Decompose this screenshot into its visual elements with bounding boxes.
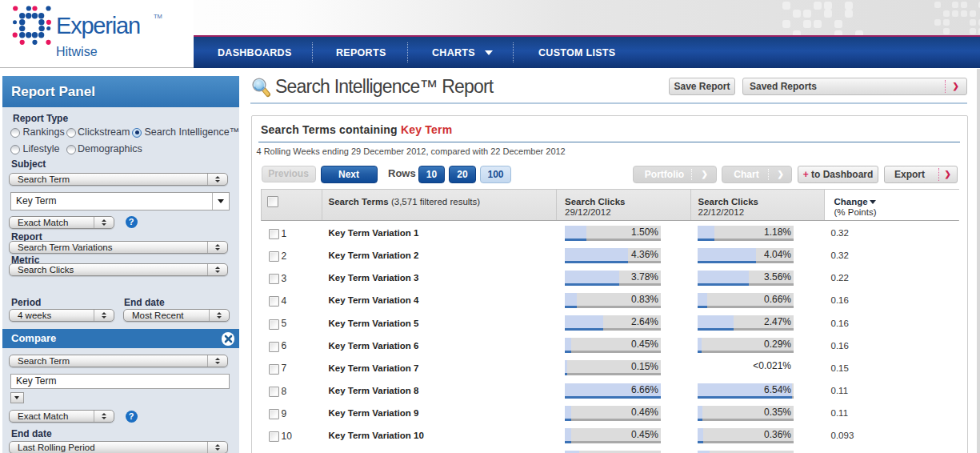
svg-text:Hitwise: Hitwise (56, 45, 98, 58)
svg-text:Experian: Experian (56, 13, 140, 38)
svg-text:TM: TM (154, 13, 162, 20)
